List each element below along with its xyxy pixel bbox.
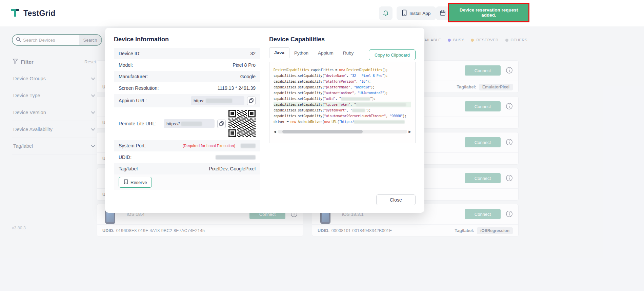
appium-url-input[interactable]: https: xyxy=(191,96,244,105)
info-row-controls: https: xyxy=(147,96,256,105)
remote-lite-url-input[interactable]: https:// xyxy=(164,119,215,128)
toast-device-reservation: Device reservation request added. xyxy=(448,3,529,22)
device-information-title: Device Information xyxy=(114,36,260,43)
info-row-controls: (Required for Local Execution) xyxy=(146,144,256,148)
info-row-value: Pixel 8 Pro xyxy=(133,62,256,68)
device-capabilities-title: Device Capabilities xyxy=(269,36,416,43)
tab-python[interactable]: Python xyxy=(289,48,313,58)
code-line: capabilities.setCapability("automationNa… xyxy=(274,90,411,96)
info-row: Screen Resolution:1119.13 * 2491.39 xyxy=(114,82,260,94)
info-row-label: UDID: xyxy=(119,154,132,160)
brand-logo[interactable]: TestGrid xyxy=(10,7,55,19)
bell-icon xyxy=(382,9,389,17)
brand-name: TestGrid xyxy=(23,9,55,18)
redacted-code-value xyxy=(352,109,365,112)
redacted-value xyxy=(216,155,256,160)
code-line: driver = new AndroidDriver(new URL("http… xyxy=(274,119,411,125)
mobile-phone-icon xyxy=(402,9,407,17)
copy-remote-lite-url-button[interactable] xyxy=(217,120,226,128)
info-row-label: System Port: xyxy=(119,143,146,148)
info-row-label: Appium URL: xyxy=(119,98,147,103)
code-line: capabilities.setCapability("platformName… xyxy=(274,84,411,90)
info-row-label: Tag/label xyxy=(119,166,138,171)
code-line: capabilities.setCapability("platformVers… xyxy=(274,79,411,84)
info-row-value: 32 xyxy=(141,51,256,56)
device-information-table: Device ID:32Model:Pixel 8 ProManufacture… xyxy=(114,48,260,174)
info-row: Device ID:32 xyxy=(114,48,260,59)
redacted-code-value xyxy=(354,120,405,124)
copy-to-clipboard-button[interactable]: Copy to Clipboard xyxy=(369,49,416,60)
info-row-controls xyxy=(132,155,256,160)
close-modal-button[interactable]: Close xyxy=(376,194,416,205)
remote-lite-url-value: https:// xyxy=(166,121,180,126)
scrollbar-track[interactable] xyxy=(278,130,407,133)
code-line: capabilities.setCapability("uiautomator2… xyxy=(274,113,411,119)
reserve-button[interactable]: Reserve xyxy=(119,177,152,188)
info-row: Remote Lite URL:https:// xyxy=(114,107,260,140)
reserve-row: Reserve xyxy=(114,174,260,190)
tab-ruby[interactable]: Ruby xyxy=(338,48,359,58)
redacted-value xyxy=(181,122,202,126)
scroll-right-arrow-icon[interactable]: ▶ xyxy=(408,130,411,133)
info-row: UDID: xyxy=(114,151,260,163)
info-row-label: Remote Lite URL: xyxy=(119,121,156,126)
info-row-label: Model: xyxy=(119,62,133,68)
info-row: Model:Pixel 8 Pro xyxy=(114,59,260,71)
info-row-label: Manufacturer: xyxy=(119,74,148,79)
qr-code-image xyxy=(228,110,256,138)
scrollbar-thumb[interactable] xyxy=(282,130,363,133)
info-row-label: Screen Resolution: xyxy=(119,85,159,91)
code-lines: DesiredCapabilities capabilities = new D… xyxy=(274,67,411,125)
local-execution-note: (Required for Local Execution) xyxy=(183,144,235,148)
capabilities-code-block: DesiredCapabilities capabilities = new D… xyxy=(269,62,416,143)
header: TestGrid Install App xyxy=(0,0,644,26)
tab-appium[interactable]: Appium xyxy=(313,48,338,58)
info-row-value: PixelDev, GooglePixel xyxy=(138,166,256,171)
code-line: capabilities.setCapability("systemPort",… xyxy=(274,107,411,113)
info-row-label: Device ID: xyxy=(119,51,141,56)
device-capabilities-pane: Device Capabilities Copy to Clipboard Ja… xyxy=(269,36,416,143)
bookmark-icon xyxy=(124,179,128,185)
device-information-pane: Device Information Device ID:32Model:Pix… xyxy=(114,36,260,190)
testgrid-logo-icon xyxy=(10,7,20,19)
reserve-label: Reserve xyxy=(130,180,147,185)
code-line: DesiredCapabilities capabilities = new D… xyxy=(274,67,411,73)
scroll-left-arrow-icon[interactable]: ◀ xyxy=(274,130,276,133)
redacted-value xyxy=(241,144,256,148)
code-line: capabilities.setCapability("udid", ""); xyxy=(274,96,411,102)
redacted-value xyxy=(206,99,232,103)
code-line: capabilities.setCapability("tg:userToken… xyxy=(274,102,411,107)
info-row: Tag/labelPixelDev, GooglePixel xyxy=(114,163,260,174)
info-row-value: 1119.13 * 2491.39 xyxy=(159,85,256,91)
info-row-controls: https:// xyxy=(156,110,256,138)
redacted-code-value xyxy=(341,97,370,101)
notification-bell-button[interactable] xyxy=(379,6,393,20)
calendar-icon xyxy=(440,10,446,17)
tab-java[interactable]: Java xyxy=(269,47,289,58)
device-details-modal: Device Information Device ID:32Model:Pix… xyxy=(105,28,424,213)
reservation-calendar-button[interactable] xyxy=(436,6,449,20)
copy-appium-url-button[interactable] xyxy=(247,97,256,105)
code-line: capabilities.setCapability("deviceName",… xyxy=(274,73,411,79)
info-row: Appium URL:https: xyxy=(114,94,260,107)
info-row: Manufacturer:Google xyxy=(114,71,260,82)
info-row: System Port:(Required for Local Executio… xyxy=(114,140,260,151)
install-app-button[interactable]: Install App xyxy=(397,6,436,20)
appium-url-value: https: xyxy=(194,98,204,103)
redacted-code-value xyxy=(356,103,406,106)
info-row-value: Google xyxy=(148,74,256,79)
code-horizontal-scrollbar[interactable]: ◀ ▶ xyxy=(274,130,410,133)
install-app-label: Install App xyxy=(409,11,430,16)
